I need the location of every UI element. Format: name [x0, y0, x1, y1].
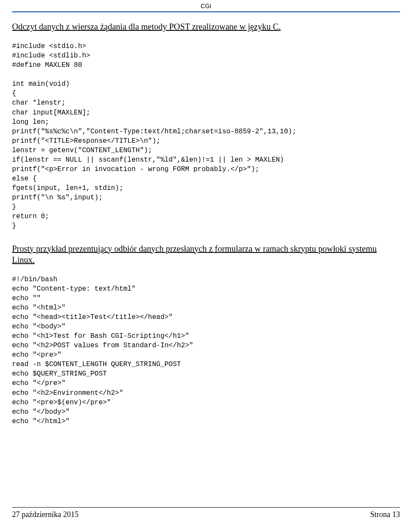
- section-2-title: Prosty przykład prezentujący odbiór dany…: [12, 243, 400, 265]
- footer-page-number: Strona 13: [370, 510, 400, 519]
- header-divider: [12, 11, 400, 12]
- footer-divider: [12, 507, 400, 508]
- footer-row: 27 października 2015 Strona 13: [12, 510, 400, 519]
- page-header-title: CGI: [0, 0, 412, 11]
- code-block-bash: #!/bin/bash echo "Content-type: text/htm…: [12, 275, 400, 426]
- footer-date: 27 października 2015: [12, 510, 79, 519]
- page-content: Odczyt danych z wiersza żądania dla meto…: [0, 12, 412, 426]
- page-footer: 27 października 2015 Strona 13: [12, 507, 400, 519]
- code-block-c: #include <stdio.h> #include <stdlib.h> #…: [12, 42, 400, 231]
- section-1-title: Odczyt danych z wiersza żądania dla meto…: [12, 21, 400, 32]
